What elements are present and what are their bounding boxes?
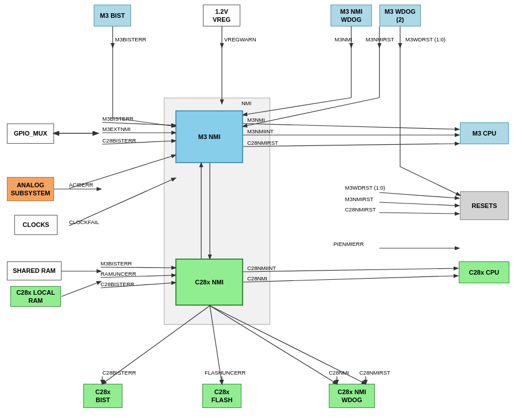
signal-c28bisterr-bottom: C28BISTERR xyxy=(102,369,136,376)
svg-line-35 xyxy=(400,167,460,195)
m3-bist-block: M3 BIST xyxy=(94,5,131,26)
c28x-cpu-block: C28x CPU xyxy=(459,261,509,283)
svg-line-22 xyxy=(243,276,458,282)
signal-m3wdrst-reset: M3WDRST (1:0) xyxy=(345,184,385,191)
signal-m3nmirst-reset: M3NMIRST xyxy=(345,196,374,202)
m3-nmi-block: M3 NMI xyxy=(175,110,243,163)
resets-block: RESETS xyxy=(460,191,509,220)
c28x-nmi-wdog-block: C28x NMIWDOG xyxy=(329,384,375,408)
c28x-nmi-block: C28x NMI xyxy=(175,259,243,306)
m3-cpu-block: M3 CPU xyxy=(460,122,509,144)
shared-ram-block: SHARED RAM xyxy=(7,261,62,280)
signal-c28bisterr-bot: C28BISTERR xyxy=(101,281,135,287)
c28x-flash-block: C28xFLASH xyxy=(202,384,241,408)
m3-nmi-wdog-block: M3 NMIWDOG xyxy=(331,5,372,26)
signal-m3bisterr-mid: M3BISTERR xyxy=(102,115,134,122)
m3-wdog2-block: M3 WDOG(2) xyxy=(379,5,421,26)
svg-line-9 xyxy=(243,124,459,129)
c28x-local-ram-block: C28x LOCALRAM xyxy=(10,286,61,307)
svg-line-13 xyxy=(379,192,459,198)
gpio-mux-block: GPIO_MUX xyxy=(7,124,54,144)
signal-vregwarn: VREGWARN xyxy=(224,36,256,43)
svg-line-11 xyxy=(243,144,459,147)
signal-aciberr: ACIBERR xyxy=(69,182,93,188)
signal-c28nmirst-bottom: C28NMIRST xyxy=(359,369,390,376)
analog-subsystem-block: ANALOGSUBSYSTEM xyxy=(7,177,54,201)
diagram: M3 BIST 1.2VVREG M3 NMIWDOG M3 WDOG(2) G… xyxy=(0,0,522,420)
c28x-bist-block: C28xBIST xyxy=(83,384,122,408)
signal-pienmierr: PIENMIERR xyxy=(333,241,364,247)
svg-line-43 xyxy=(62,282,101,296)
svg-line-14 xyxy=(379,202,459,206)
signal-ramuncerr: RAMUNCERR xyxy=(101,271,136,277)
svg-line-15 xyxy=(379,213,459,214)
signal-c28bisterr-top: C28BISTERR xyxy=(102,137,136,144)
svg-line-16 xyxy=(69,178,175,226)
signal-flashuncerr: FLASHUNCERR xyxy=(205,369,245,376)
signal-m3nmirst-top: M3NMIRST xyxy=(366,36,394,43)
signal-c28nmi-bottom: C28NMI xyxy=(329,369,349,376)
signal-m3bisterr-top: M3BISTERR xyxy=(115,36,147,43)
signal-m3nmi-top: M3NMI xyxy=(335,36,352,43)
svg-line-12 xyxy=(69,155,175,188)
signal-m3bisterr-bot: M3BISTERR xyxy=(101,260,132,267)
signal-m3extnmi: M3EXTNMI xyxy=(102,126,130,132)
signal-clockfail: CLOCKFAIL xyxy=(69,219,99,225)
svg-line-21 xyxy=(243,268,458,272)
signal-c28nmirst-reset: C28NMIRST xyxy=(345,206,376,213)
clocks-block: CLOCKS xyxy=(14,215,57,235)
signal-m3wdrst-top: M3WDRST (1:0) xyxy=(405,36,446,43)
vreg-block: 1.2VVREG xyxy=(203,5,240,26)
